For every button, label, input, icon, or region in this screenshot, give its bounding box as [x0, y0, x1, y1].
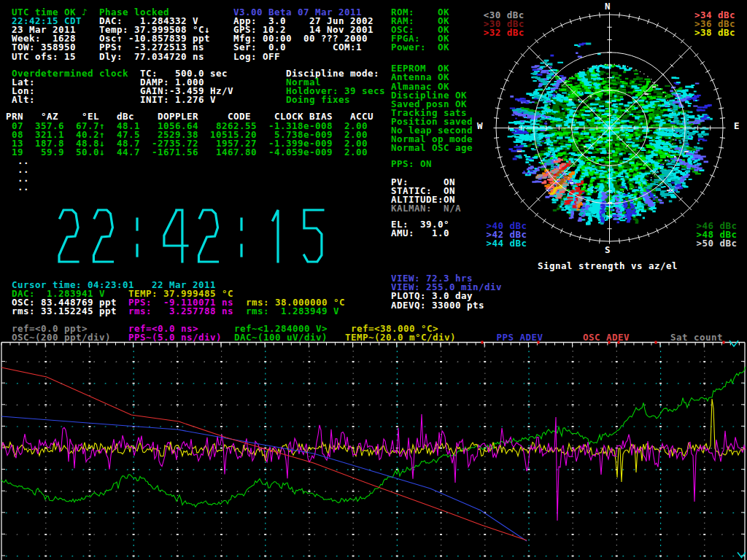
history-strip-chart: [0, 0, 747, 560]
lady-heather-screen: UTC time OK ♪22:42:15 CDT23 Mar 2011Week…: [0, 0, 747, 560]
trace-pps-adev: [1, 416, 527, 541]
trace-pps: [1, 414, 746, 521]
grid-dots-intersection: [44, 361, 705, 556]
strip-chart-group: [1, 341, 746, 560]
